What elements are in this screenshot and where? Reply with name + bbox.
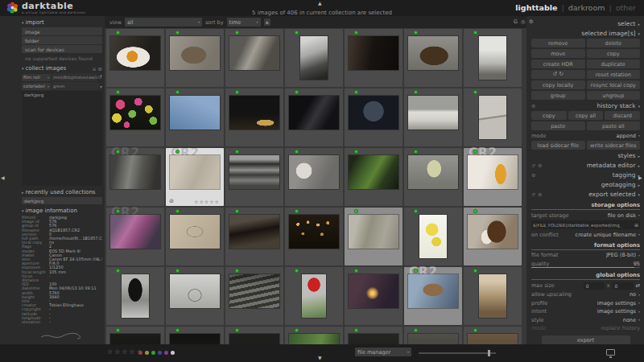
rotate-ccw-icon[interactable]: ↺ xyxy=(552,70,557,79)
duplicate-button[interactable]: duplicate xyxy=(587,60,641,68)
thumbnail-cell[interactable] xyxy=(106,327,164,344)
max-height-input[interactable]: 0 xyxy=(613,282,634,290)
color-label-dot[interactable] xyxy=(164,351,168,355)
import-button[interactable]: image xyxy=(22,27,102,35)
thumbnail-cell[interactable] xyxy=(225,208,283,265)
folder-picker-icon[interactable]: ⊞ xyxy=(634,222,638,228)
history-paste-button[interactable]: paste xyxy=(531,121,585,130)
thumbnail-cell[interactable] xyxy=(106,267,164,325)
thumbnail-cell[interactable] xyxy=(225,29,283,87)
thumbnail-cell[interactable] xyxy=(285,29,343,87)
selected-images-header[interactable]: selected image[s] ▾ xyxy=(531,30,640,37)
group-button[interactable]: group xyxy=(531,91,585,100)
export-module-header[interactable]: ↺ ⚙ export selected ▾ xyxy=(531,191,640,198)
rating-stars[interactable]: ☆☆☆☆☆ xyxy=(194,199,220,204)
thumbnail-cell[interactable] xyxy=(166,88,224,146)
thumbnail-cell[interactable] xyxy=(464,267,522,325)
thumbnail-cell[interactable]: CR2 xyxy=(106,208,164,265)
thumbnail-cell[interactable] xyxy=(404,29,462,87)
invert-rule-icon[interactable]: ↺ xyxy=(98,74,102,80)
style-dropdown[interactable]: none ▾ xyxy=(623,317,640,323)
presets-icon[interactable]: ≡ xyxy=(93,66,97,72)
import-button[interactable]: scan for devices xyxy=(22,45,102,53)
thumbnail-cell[interactable] xyxy=(345,29,402,87)
tagging-module-header[interactable]: ⚙ tagging ▸ xyxy=(531,171,640,179)
collapse-left-panel-arrow[interactable]: ◀ xyxy=(1,175,5,180)
view-lighttable[interactable]: lighttable xyxy=(515,3,557,12)
copy-locally-button[interactable]: copy locally xyxy=(531,80,585,89)
thumbnail-cell[interactable] xyxy=(285,88,343,146)
thumbnail-cell[interactable] xyxy=(404,88,462,146)
thumbnail-cell[interactable] xyxy=(345,267,402,325)
thumbnail-cell[interactable] xyxy=(464,29,522,87)
rule-field-dropdown[interactable]: colorlabel ▾ xyxy=(22,83,51,90)
rotate-cw-icon[interactable]: ↻ xyxy=(559,70,564,79)
metadata-editor-header[interactable]: ↺ ⚙ metadata editor ▸ xyxy=(531,162,640,169)
thumbnail-cell[interactable] xyxy=(345,88,402,146)
delete-button[interactable]: delete xyxy=(587,39,641,47)
rule-value-input[interactable]: /mnt/8tb/photos/raw/darkjpeg xyxy=(52,73,97,81)
thumbnail-cell[interactable] xyxy=(285,148,343,206)
thumbnail-cell[interactable] xyxy=(166,208,224,265)
styles-module-header[interactable]: styles ▸ xyxy=(531,152,640,159)
thumbnail-cell[interactable] xyxy=(225,88,283,146)
presets-icon[interactable]: ⚙ xyxy=(538,191,542,197)
rule-value-input[interactable]: green xyxy=(52,82,99,90)
create-hdr-button[interactable]: create HDR xyxy=(531,60,585,68)
star-filter-icon[interactable]: ☆ xyxy=(107,348,113,356)
thumbnail-cell[interactable] xyxy=(285,267,343,325)
thumbnail-cell[interactable] xyxy=(106,88,164,146)
view-other[interactable]: other xyxy=(616,3,636,12)
color-label-dot[interactable] xyxy=(145,351,149,355)
max-width-input[interactable]: 0 xyxy=(584,282,605,290)
ungroup-button[interactable]: ungroup xyxy=(587,91,641,100)
gear-icon[interactable]: ⚙ xyxy=(98,66,102,72)
expand-filmstrip-arrow[interactable]: ▼ xyxy=(318,356,322,360)
thumbnail-cell[interactable] xyxy=(404,327,462,344)
import-button[interactable]: folder xyxy=(22,36,102,44)
history-copy-button[interactable]: copy xyxy=(531,111,567,120)
chevron-down-icon[interactable]: ▾ xyxy=(100,84,102,89)
preferences-gear-icon[interactable]: ⚙ xyxy=(529,19,534,25)
rule-field-dropdown[interactable]: film roll ▾ xyxy=(22,74,51,81)
reset-rotation-button[interactable]: reset rotation xyxy=(587,70,641,79)
presets-icon[interactable]: ⚙ xyxy=(531,103,535,109)
thumbnail-cell[interactable] xyxy=(166,29,224,87)
thumbnail-cell[interactable] xyxy=(345,327,402,344)
star-filter-icon[interactable]: ☆ xyxy=(114,348,120,356)
load-sidecar-button[interactable]: load sidecar file xyxy=(531,141,585,150)
zoom-slider[interactable] xyxy=(419,352,496,354)
thumbnail-cell[interactable] xyxy=(464,88,522,146)
overlays-icon[interactable]: ◎ xyxy=(521,19,526,25)
thumbnail-cell[interactable] xyxy=(285,327,343,344)
thumbnail-cell[interactable]: CR2 xyxy=(106,148,164,206)
view-filter-dropdown[interactable]: all ▾ xyxy=(125,18,202,27)
copy-button[interactable]: copy xyxy=(587,49,641,58)
zoom-slider-handle[interactable] xyxy=(488,350,490,356)
grouping-icon[interactable]: G xyxy=(514,19,518,25)
recent-collections-header[interactable]: ▸ recently used collections xyxy=(22,189,102,195)
swap-dimensions-icon[interactable]: ⇄ xyxy=(636,282,640,289)
thumbnail-cell[interactable] xyxy=(225,267,283,325)
color-label-dot[interactable] xyxy=(158,351,162,355)
thumbnail-cell[interactable] xyxy=(225,327,283,344)
history-discard-button[interactable]: discard xyxy=(605,111,640,120)
recent-collection-item[interactable]: darkjpeg xyxy=(22,197,102,204)
history-stack-header[interactable]: ⚙ history stack ▾ xyxy=(531,102,640,109)
reset-icon[interactable]: ↺ xyxy=(531,191,535,197)
history-copy-all-button[interactable]: copy all xyxy=(568,111,604,120)
mode-dropdown[interactable]: append ▾ xyxy=(617,133,641,139)
target-storage-dropdown[interactable]: file on disk ▾ xyxy=(608,212,640,219)
thumbnail-cell[interactable] xyxy=(404,208,462,265)
collapse-right-panel-arrow[interactable]: ▶ xyxy=(638,175,642,180)
file-format-dropdown[interactable]: JPEG (8-bit) ▾ xyxy=(606,252,640,258)
thumbnail-cell[interactable] xyxy=(225,148,283,206)
thumbnail-cell[interactable] xyxy=(345,148,402,206)
collapse-top-panel-arrow[interactable]: ▲ xyxy=(318,1,322,6)
remove-button[interactable]: remove xyxy=(531,39,585,47)
on-conflict-dropdown[interactable]: create unique filename ▾ xyxy=(576,232,640,238)
sort-dropdown[interactable]: time ▾ xyxy=(227,18,261,27)
sort-ascending-icon[interactable]: ▲ xyxy=(264,19,270,26)
layout-dropdown[interactable]: file manager ▾ xyxy=(355,348,411,356)
profile-dropdown[interactable]: image settings ▾ xyxy=(597,300,640,306)
